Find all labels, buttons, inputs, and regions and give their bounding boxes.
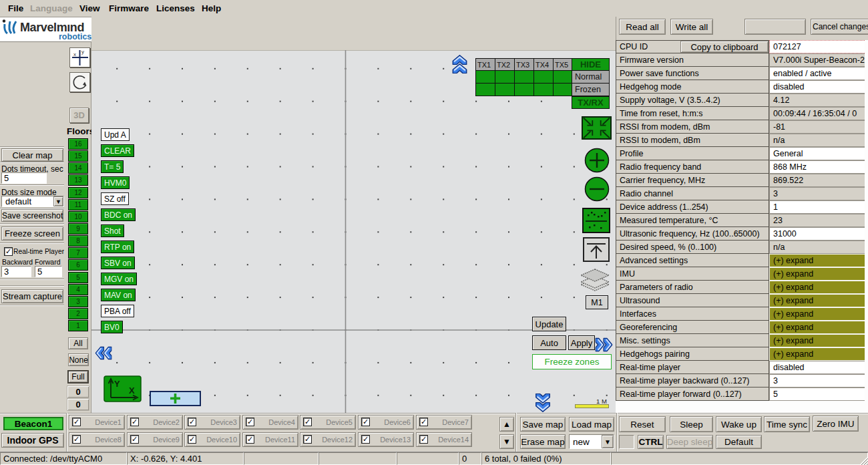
svg-text:x: x (73, 51, 76, 57)
svg-text:y: y (81, 49, 84, 55)
svg-text:X: X (129, 385, 135, 396)
svg-text:Y: Y (114, 379, 120, 389)
